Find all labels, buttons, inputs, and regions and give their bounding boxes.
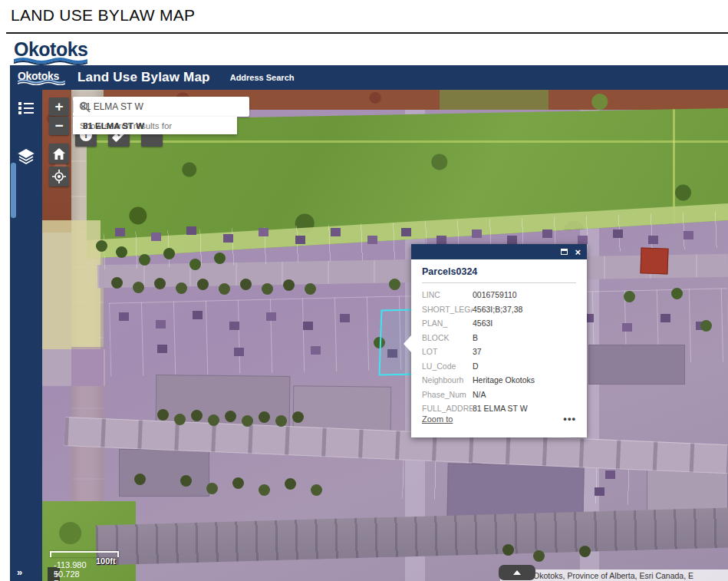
attribute-value: N/A [473,390,486,399]
layers-icon[interactable] [18,148,35,165]
popup-footer: Zoom to ••• [422,414,576,424]
popup-header: × [411,244,587,259]
coordinates-widget: ✛ -113.980 50.728 Degrees [48,567,60,581]
address-search-box: × [73,97,249,117]
close-icon[interactable]: × [575,247,581,257]
popup-pointer [404,335,411,352]
zoom-to-link[interactable]: Zoom to [422,414,453,424]
document-title: LAND USE BYLAW MAP [11,6,195,25]
attribute-row: LU_Code D [422,359,576,374]
scale-bar-label: 100ft [96,556,116,566]
attribute-label: Phase_Num [422,390,473,399]
divider [422,282,576,283]
attribute-label: LOT [422,347,473,356]
zoom-in-button[interactable]: + [49,97,69,116]
attribute-row: BLOCK B [422,331,576,345]
map-canvas[interactable]: + − i × [42,90,728,581]
popup-title: Parcels0324 [422,266,576,277]
app-header: Okotoks Land Use Bylaw Map Address Searc… [10,65,728,90]
suggestion-term: 81 ELMA ST W [83,121,144,130]
landuse-yellow-zone [42,220,100,349]
attribute-label: PLAN_ [422,319,473,328]
attribute-label: FULL_ADDRE [422,404,473,413]
commercial-building [588,345,685,385]
attribute-value: 81 ELMA ST W [473,404,528,413]
parcel-popup: × Parcels0324 LINC 0016759110 SHORT_LEGA… [411,244,587,437]
attribute-value: B [473,333,478,342]
attribute-row: FULL_ADDRE 81 ELMA ST W [422,401,576,416]
divider [6,32,728,34]
locate-button[interactable] [49,167,69,187]
divider [73,101,74,113]
attribute-row: Phase_Num N/A [422,388,576,402]
red-roof-house [640,247,668,274]
address-search-tab[interactable]: Address Search [230,73,295,82]
caret-up-icon [513,570,521,575]
legend-icon[interactable] [18,100,35,117]
attribute-value: D [473,361,479,371]
search-suggestion-item[interactable]: Show search results for 81 ELMA ST W [73,117,237,134]
attribute-value: 0016759110 [473,290,517,299]
commercial-building [119,449,209,497]
attribute-label: LINC [422,290,473,299]
coordinates-value: -113.980 50.728 Degrees [54,560,87,581]
attribution-toggle[interactable] [499,565,535,580]
okotoks-logo: Okotoks [14,38,87,67]
attribute-value: 37 [473,347,482,356]
page: LAND USE BYLAW MAP Okotoks Okotoks Land … [0,0,728,581]
attribute-row: Neighbourh Heritage Okotoks [422,373,576,388]
sidebar-scrollbar[interactable] [11,163,16,218]
attribute-row: LINC 0016759110 [422,288,576,302]
commercial-building [156,375,291,427]
app-frame: Okotoks Land Use Bylaw Map Address Searc… [10,65,728,581]
attribute-value: 4563I;B;37,38 [473,305,522,314]
app-title: Land Use Bylaw Map [77,70,210,85]
zoom-out-button[interactable]: − [49,117,69,135]
attribute-value: Heritage Okotoks [473,375,535,385]
attribute-label: LU_Code [422,361,473,371]
popup-body: Parcels0324 LINC 0016759110 SHORT_LEGA 4… [411,259,587,416]
attribute-row: SHORT_LEGA 4563I;B;37,38 [422,302,576,317]
maximize-icon[interactable] [561,249,568,255]
attribute-value: 4563I [473,319,492,328]
header-okotoks-logo[interactable]: Okotoks [18,70,68,85]
attribute-label: SHORT_LEGA [422,305,473,314]
sidebar: » [10,90,42,581]
attribute-label: BLOCK [422,333,473,342]
attribute-row: PLAN_ 4563I [422,316,576,331]
expand-panel-button[interactable]: » [17,566,21,578]
home-button[interactable] [49,144,69,163]
attribute-table: LINC 0016759110 SHORT_LEGA 4563I;B;37,38… [422,288,576,416]
okotoks-logo-text: Okotoks [14,38,87,61]
attribute-label: Neighbourh [422,375,473,385]
attribute-row: LOT 37 [422,345,576,359]
commercial-building [293,385,392,432]
